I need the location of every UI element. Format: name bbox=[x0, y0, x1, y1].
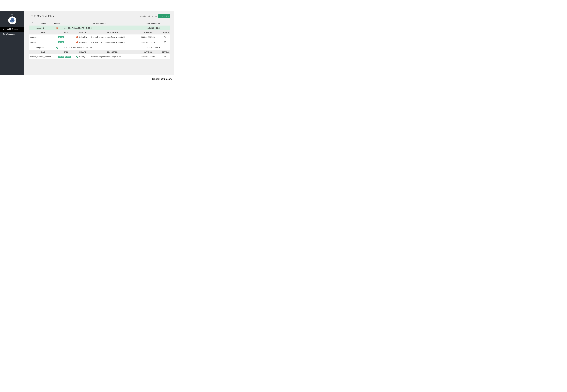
endpoint-health: ✓ bbox=[52, 45, 62, 50]
history-icon[interactable] bbox=[164, 56, 166, 58]
app-frame: Health ChecksWebhooks Health Checks Stat… bbox=[0, 11, 174, 75]
col-inner-health: HEALTH bbox=[75, 30, 90, 34]
plus-circle-icon: + bbox=[32, 22, 34, 24]
check-name: process_allocated_memory bbox=[29, 54, 57, 59]
check-row: random2random!UnhealthyThe healthcheck r… bbox=[29, 40, 170, 45]
check-name: random1 bbox=[29, 34, 57, 40]
check-circle-icon: ✓ bbox=[76, 56, 78, 58]
outer-table-header: + NAME HEALTH ON STATE FROM LAST EXECUTI… bbox=[29, 21, 170, 26]
endpoint-on-state-from: 2020-09-16T00:10:16.9574111+02:00 bbox=[62, 45, 137, 50]
source-label: Source: github.com bbox=[152, 78, 172, 80]
health-checks-table: + NAME HEALTH ON STATE FROM LAST EXECUTI… bbox=[29, 21, 170, 59]
check-tags: random bbox=[57, 40, 75, 45]
check-description: Allocated megabytes in memory: 15 mb bbox=[90, 54, 135, 59]
col-inner-details: DETAILS bbox=[160, 50, 170, 54]
check-row: process_allocated_memoryprocessmemory✓He… bbox=[29, 54, 170, 59]
col-health: HEALTH bbox=[52, 21, 62, 26]
stop-polling-button[interactable]: Stop polling bbox=[158, 14, 170, 18]
main-content: Health Checks Status Polling interval: 1… bbox=[24, 11, 174, 75]
history-icon[interactable] bbox=[164, 36, 166, 38]
inner-table-header: NAMETAGSHEALTHDESCRIPTIONDURATIONDETAILS bbox=[29, 30, 170, 34]
nav-list: Health ChecksWebhooks bbox=[0, 27, 24, 37]
col-inner-name: NAME bbox=[29, 50, 57, 54]
endpoint-last-execution: 16/9/2020 0:11:19 bbox=[137, 26, 170, 30]
check-health-label: Healthy bbox=[79, 56, 85, 58]
page-title: Health Checks Status bbox=[29, 15, 54, 18]
endpoint-row[interactable]: endpoint1!2020-09-16T00:11:09.2075445+02… bbox=[29, 26, 170, 30]
endpoint-row[interactable]: endpoint2✓2020-09-16T00:10:16.9574111+02… bbox=[29, 45, 170, 50]
check-duration: 00:00:00.0001129 bbox=[135, 40, 160, 45]
tag-badge: random bbox=[58, 36, 64, 38]
check-details bbox=[160, 34, 170, 40]
stethoscope-icon bbox=[2, 28, 5, 30]
alert-circle-icon: ! bbox=[76, 42, 78, 43]
check-health-label: Unhealthy bbox=[79, 36, 87, 38]
sidebar-item-label: Health Checks bbox=[6, 28, 18, 30]
check-description: The healthcheck random1 failed at minute… bbox=[90, 34, 135, 40]
inner-table-header: NAMETAGSHEALTHDESCRIPTIONDURATIONDETAILS bbox=[29, 50, 170, 54]
col-last-execution: LAST EXECUTION bbox=[137, 21, 170, 26]
col-inner-name: NAME bbox=[29, 30, 57, 34]
col-inner-details: DETAILS bbox=[160, 30, 170, 34]
col-inner-duration: DURATION bbox=[135, 50, 160, 54]
page-header: Health Checks Status Polling interval: 1… bbox=[29, 14, 170, 18]
endpoint-health: ! bbox=[52, 26, 62, 30]
tag-badge: random bbox=[58, 42, 64, 43]
avatar bbox=[8, 16, 16, 24]
sidebar-item-label: Webhooks bbox=[6, 33, 14, 35]
gear-icon bbox=[2, 33, 5, 35]
endpoint-name: endpoint2 bbox=[35, 45, 52, 50]
check-duration: 00:00:00.0002128 bbox=[135, 34, 160, 40]
svg-point-5 bbox=[12, 20, 12, 20]
check-row: random1random!UnhealthyThe healthcheck r… bbox=[29, 34, 170, 40]
endpoint-name: endpoint1 bbox=[35, 26, 52, 30]
collapse-toggle[interactable] bbox=[29, 45, 35, 50]
endpoint-on-state-from: 2020-09-16T00:11:09.2075445+02:00 bbox=[62, 26, 137, 30]
check-tags: processmemory bbox=[57, 54, 75, 59]
col-inner-description: DESCRIPTION bbox=[90, 30, 135, 34]
col-inner-duration: DURATION bbox=[135, 30, 160, 34]
check-details bbox=[160, 54, 170, 59]
tag-badge: process bbox=[58, 56, 64, 58]
minus-icon bbox=[32, 48, 34, 48]
minus-icon bbox=[32, 28, 34, 28]
check-health: !Unhealthy bbox=[75, 34, 90, 40]
sidebar-item-webhooks[interactable]: Webhooks bbox=[0, 32, 24, 37]
check-details bbox=[160, 40, 170, 45]
avatar-container bbox=[0, 16, 24, 24]
svg-point-6 bbox=[4, 29, 4, 29]
check-tags: random bbox=[57, 34, 75, 40]
col-inner-tags: TAGS bbox=[57, 30, 75, 34]
tag-badge: memory bbox=[65, 56, 71, 58]
table-body: endpoint1!2020-09-16T00:11:09.2075445+02… bbox=[29, 26, 170, 59]
history-icon[interactable] bbox=[164, 41, 166, 43]
col-inner-tags: TAGS bbox=[57, 50, 75, 54]
alert-circle-icon: ! bbox=[56, 27, 58, 29]
check-health: ✓Healthy bbox=[75, 54, 90, 59]
sidebar-item-health-checks[interactable]: Health Checks bbox=[0, 27, 24, 32]
check-description: The healthcheck random2 failed at minute… bbox=[90, 40, 135, 45]
check-circle-icon: ✓ bbox=[56, 47, 58, 49]
sidebar: Health ChecksWebhooks bbox=[0, 11, 24, 75]
sidebar-toggle-icon[interactable] bbox=[0, 13, 24, 15]
endpoint-last-execution: 16/9/2020 0:11:19 bbox=[137, 45, 170, 50]
expand-all-header[interactable]: + bbox=[29, 21, 35, 26]
collapse-toggle[interactable] bbox=[29, 26, 35, 30]
alert-circle-icon: ! bbox=[76, 36, 78, 38]
polling-interval-label: Polling interval: 10 secs bbox=[139, 15, 157, 17]
check-name: random2 bbox=[29, 40, 57, 45]
col-inner-description: DESCRIPTION bbox=[90, 50, 135, 54]
check-health-label: Unhealthy bbox=[79, 42, 87, 43]
check-duration: 00:00:00.0001688 bbox=[135, 54, 160, 59]
col-on-state-from: ON STATE FROM bbox=[62, 21, 137, 26]
check-health: !Unhealthy bbox=[75, 40, 90, 45]
header-right: Polling interval: 10 secs Stop polling bbox=[139, 14, 170, 18]
col-name: NAME bbox=[35, 21, 52, 26]
col-inner-health: HEALTH bbox=[75, 50, 90, 54]
